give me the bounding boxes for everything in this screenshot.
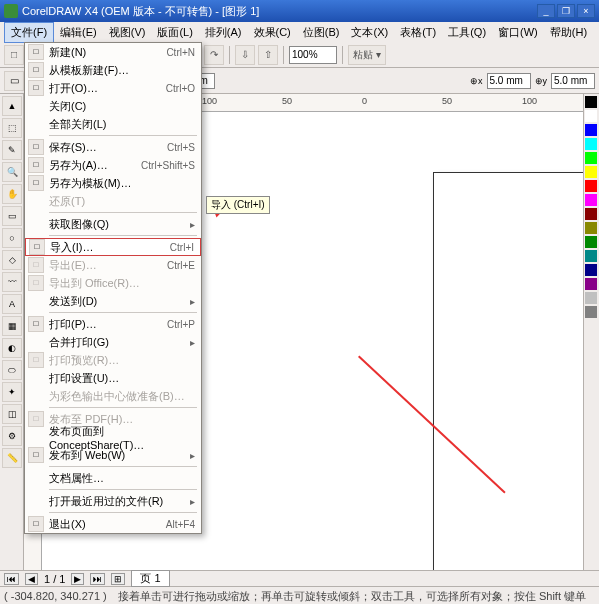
window-title-bar: CorelDRAW X4 (OEM 版本 - 不可转售) - [图形 1] _ … (0, 0, 599, 22)
menu-item-打开O[interactable]: □打开(O)…Ctrl+O (25, 79, 201, 97)
tool-14[interactable]: ◫ (2, 404, 22, 424)
menu-版面[interactable]: 版面(L) (151, 23, 198, 42)
menu-item-导出E: □导出(E)…Ctrl+E (25, 256, 201, 274)
menu-窗口[interactable]: 窗口(W) (492, 23, 544, 42)
tool-2[interactable]: ✎ (2, 140, 22, 160)
tool-1[interactable]: ⬚ (2, 118, 22, 138)
tool-12[interactable]: ⬭ (2, 360, 22, 380)
menu-item-新建N[interactable]: □新建(N)Ctrl+N (25, 43, 201, 61)
tool-0[interactable]: ▲ (2, 96, 22, 116)
tool-4[interactable]: ✋ (2, 184, 22, 204)
minimize-button[interactable]: _ (537, 4, 555, 18)
page-last[interactable]: ⏭ (90, 573, 105, 585)
ruler-tick: 100 (202, 96, 217, 106)
submenu-arrow-icon: ▸ (190, 219, 195, 230)
swatch[interactable] (585, 96, 597, 108)
menu-item-关闭C[interactable]: 关闭(C) (25, 97, 201, 115)
page-icon[interactable]: ▭ (4, 71, 24, 91)
window-controls: _ ❐ × (537, 4, 595, 18)
paste-dropdown[interactable]: 粘贴 ▾ (348, 45, 386, 65)
export-icon[interactable]: ⇧ (258, 45, 278, 65)
menu-编辑[interactable]: 编辑(E) (54, 23, 103, 42)
menu-效果[interactable]: 效果(C) (248, 23, 297, 42)
menu-item-从模板新建F[interactable]: □从模板新建(F)… (25, 61, 201, 79)
menu-shortcut: Ctrl+N (166, 47, 195, 58)
menu-item-icon: □ (28, 139, 44, 155)
submenu-arrow-icon: ▸ (190, 337, 195, 348)
menu-item-icon: □ (28, 80, 44, 96)
swatch[interactable] (585, 264, 597, 276)
zoom-input[interactable]: 100% (289, 46, 337, 64)
swatch[interactable] (585, 236, 597, 248)
menu-文件[interactable]: 文件(F) (4, 22, 54, 43)
menu-位图[interactable]: 位图(B) (297, 23, 346, 42)
menu-item-label: 导出到 Office(R)… (49, 276, 140, 291)
menu-item-icon: □ (28, 411, 44, 427)
menu-item-获取图像Q[interactable]: 获取图像(Q)▸ (25, 215, 201, 233)
swatch[interactable] (585, 208, 597, 220)
menu-item-发送到D[interactable]: 发送到(D)▸ (25, 292, 201, 310)
swatch[interactable] (585, 292, 597, 304)
swatch[interactable] (585, 110, 597, 122)
close-button[interactable]: × (577, 4, 595, 18)
menu-item-发布页面到ConceptShareT[interactable]: 发布页面到 ConceptShare(T)… (25, 428, 201, 446)
tool-5[interactable]: ▭ (2, 206, 22, 226)
menu-item-另存为模板M[interactable]: □另存为模板(M)… (25, 174, 201, 192)
tool-8[interactable]: 〰 (2, 272, 22, 292)
swatch[interactable] (585, 306, 597, 318)
page-rect (433, 172, 583, 570)
nudge-x[interactable]: 5.0 mm (487, 73, 531, 89)
swatch[interactable] (585, 124, 597, 136)
tool-7[interactable]: ◇ (2, 250, 22, 270)
tool-13[interactable]: ✦ (2, 382, 22, 402)
redo-icon[interactable]: ↷ (204, 45, 224, 65)
swatch[interactable] (585, 152, 597, 164)
window-title: CorelDRAW X4 (OEM 版本 - 不可转售) - [图形 1] (22, 4, 259, 19)
tool-9[interactable]: A (2, 294, 22, 314)
page-add[interactable]: ⊞ (111, 573, 125, 585)
swatch[interactable] (585, 222, 597, 234)
file-menu-dropdown: □新建(N)Ctrl+N□从模板新建(F)…□打开(O)…Ctrl+O关闭(C)… (24, 42, 202, 534)
tool-15[interactable]: ⚙ (2, 426, 22, 446)
menu-item-导入I[interactable]: □导入(I)…Ctrl+I (25, 238, 201, 256)
tool-16[interactable]: 📏 (2, 448, 22, 468)
page-prev[interactable]: ◀ (25, 573, 38, 585)
menu-item-退出X[interactable]: □退出(X)Alt+F4 (25, 515, 201, 533)
tool-10[interactable]: ▦ (2, 316, 22, 336)
swatch[interactable] (585, 138, 597, 150)
menu-表格[interactable]: 表格(T) (394, 23, 442, 42)
tool-11[interactable]: ◐ (2, 338, 22, 358)
menu-工具[interactable]: 工具(Q) (442, 23, 492, 42)
tool-3[interactable]: 🔍 (2, 162, 22, 182)
swatch[interactable] (585, 194, 597, 206)
menu-item-合并打印G[interactable]: 合并打印(G)▸ (25, 333, 201, 351)
swatch[interactable] (585, 180, 597, 192)
swatch[interactable] (585, 166, 597, 178)
menu-item-打印P[interactable]: □打印(P)…Ctrl+P (25, 315, 201, 333)
menu-文本[interactable]: 文本(X) (345, 23, 394, 42)
page-next[interactable]: ▶ (71, 573, 84, 585)
menu-排列[interactable]: 排列(A) (199, 23, 248, 42)
swatch[interactable] (585, 250, 597, 262)
menu-item-发布到WebW[interactable]: □发布到 Web(W)▸ (25, 446, 201, 464)
menu-item-label: 从模板新建(F)… (49, 63, 129, 78)
page-tab[interactable]: 页 1 (131, 570, 169, 587)
page-first[interactable]: ⏮ (4, 573, 19, 585)
tool-6[interactable]: ○ (2, 228, 22, 248)
menu-item-打印预览R: □打印预览(R)… (25, 351, 201, 369)
swatch[interactable] (585, 278, 597, 290)
menu-帮助[interactable]: 帮助(H) (544, 23, 593, 42)
import-icon[interactable]: ⇩ (235, 45, 255, 65)
new-icon[interactable]: □ (4, 45, 24, 65)
menu-item-另存为A[interactable]: □另存为(A)…Ctrl+Shift+S (25, 156, 201, 174)
menu-item-全部关闭L[interactable]: 全部关闭(L) (25, 115, 201, 133)
menu-item-保存S[interactable]: □保存(S)…Ctrl+S (25, 138, 201, 156)
menu-item-icon: □ (28, 352, 44, 368)
menu-item-打开最近用过的文件R[interactable]: 打开最近用过的文件(R)▸ (25, 492, 201, 510)
menu-item-文档属性[interactable]: 文档属性… (25, 469, 201, 487)
menu-shortcut: Ctrl+P (167, 319, 195, 330)
maximize-button[interactable]: ❐ (557, 4, 575, 18)
menu-item-打印设置U[interactable]: 打印设置(U)… (25, 369, 201, 387)
nudge-y[interactable]: 5.0 mm (551, 73, 595, 89)
menu-视图[interactable]: 视图(V) (103, 23, 152, 42)
